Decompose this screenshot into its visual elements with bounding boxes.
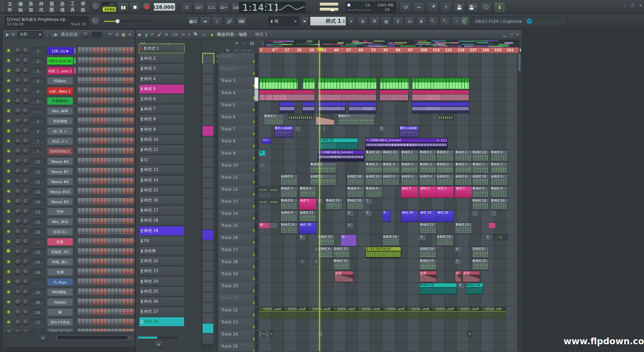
track-color-strip[interactable] bbox=[255, 90, 258, 101]
step-button[interactable] bbox=[107, 178, 111, 185]
step-button[interactable] bbox=[89, 47, 92, 54]
channel-number[interactable]: 25 bbox=[31, 289, 45, 296]
step-button[interactable] bbox=[107, 238, 111, 245]
step-button[interactable] bbox=[115, 218, 118, 225]
save-as-icon[interactable]: 💾⁺ bbox=[467, 2, 479, 13]
channel-number[interactable]: 9 bbox=[31, 77, 45, 84]
step-button[interactable] bbox=[85, 138, 89, 144]
playlist-clip[interactable]: 样式 10 bbox=[490, 198, 508, 210]
channel-volume-knob[interactable] bbox=[22, 329, 29, 332]
track-header[interactable]: Track 13··· bbox=[218, 198, 259, 210]
playlist-clip[interactable]: 样式 10 bbox=[347, 198, 364, 210]
track-header[interactable]: Track 15··· bbox=[218, 222, 259, 234]
step-button[interactable] bbox=[96, 329, 100, 332]
playlist-clip[interactable]: ✎DDDD..utoff bbox=[284, 307, 309, 318]
picker-thumb[interactable] bbox=[202, 63, 214, 74]
channel-number[interactable]: 4 bbox=[31, 87, 45, 95]
menu-item-4[interactable]: 视图 bbox=[50, 1, 56, 13]
step-button[interactable] bbox=[126, 309, 129, 315]
step-button[interactable] bbox=[93, 208, 96, 215]
step-button[interactable] bbox=[104, 67, 107, 74]
snap-selector[interactable]: ◖ 线 ▶ bbox=[268, 16, 299, 26]
step-button[interactable] bbox=[122, 198, 125, 205]
delete-tool-icon[interactable]: ⊘ bbox=[165, 32, 168, 37]
step-button[interactable] bbox=[85, 87, 89, 94]
step-button[interactable] bbox=[104, 228, 107, 235]
step-button[interactable] bbox=[93, 98, 96, 104]
track-header[interactable]: Track 12··· bbox=[218, 186, 259, 198]
step-button[interactable] bbox=[133, 168, 134, 175]
collapse-left-button[interactable]: ‹ bbox=[260, 40, 265, 48]
step-button[interactable] bbox=[107, 248, 111, 255]
step-seq-toggle-icon[interactable]: ▦Ш bbox=[188, 16, 199, 26]
playlist-clip[interactable] bbox=[318, 90, 377, 101]
channel-number[interactable]: 15 bbox=[31, 248, 45, 255]
playlist-clip[interactable]: 7 –..ensit bbox=[274, 126, 293, 137]
playlist-clip[interactable]: 5 bbox=[455, 259, 461, 265]
playlist-clip[interactable]: 柱 bbox=[341, 235, 357, 246]
pattern-item[interactable]: ▶样式 1 bbox=[139, 44, 184, 53]
magnet-tool-icon[interactable]: ◖ bbox=[145, 32, 147, 37]
channel-mute-led[interactable] bbox=[7, 100, 10, 102]
step-button[interactable] bbox=[115, 87, 118, 94]
playlist-clip[interactable]: 样式 19 bbox=[401, 211, 418, 222]
step-button[interactable] bbox=[82, 138, 85, 144]
step-button[interactable] bbox=[96, 218, 100, 225]
channel-mute-led[interactable] bbox=[7, 59, 10, 62]
playlist-clip[interactable]: ✎DDDD..utoff bbox=[358, 307, 383, 318]
step-button[interactable] bbox=[126, 57, 129, 64]
step-button[interactable] bbox=[100, 208, 103, 215]
step-button[interactable] bbox=[133, 228, 134, 235]
step-button[interactable] bbox=[100, 67, 103, 74]
playlist-clip[interactable] bbox=[379, 78, 409, 89]
step-button[interactable] bbox=[107, 269, 111, 275]
track-color-strip[interactable] bbox=[255, 343, 258, 351]
step-button[interactable] bbox=[126, 168, 129, 175]
step-button[interactable] bbox=[100, 188, 103, 195]
step-button[interactable] bbox=[122, 329, 125, 332]
playlist-clip[interactable] bbox=[259, 186, 269, 192]
step-button[interactable] bbox=[104, 148, 107, 155]
playlist-clip[interactable]: 样式 23 bbox=[472, 150, 489, 162]
step-button[interactable] bbox=[82, 269, 85, 275]
channel-pan-knob[interactable] bbox=[15, 48, 21, 54]
step-button[interactable] bbox=[122, 289, 125, 295]
step-button[interactable] bbox=[111, 158, 114, 165]
playlist-clip[interactable]: 8 bbox=[259, 150, 265, 156]
add-pattern-list-button[interactable]: + bbox=[154, 341, 163, 348]
step-button[interactable] bbox=[78, 238, 81, 245]
info-icon[interactable]: ⓘ bbox=[480, 2, 492, 13]
playlist-clip[interactable]: 样式 28 bbox=[466, 283, 483, 294]
plugin-icon[interactable]: 🔌 bbox=[428, 16, 438, 26]
picker-thumb[interactable] bbox=[202, 271, 214, 282]
step-button[interactable] bbox=[93, 168, 96, 175]
playlist-clip[interactable]: 样式 4 bbox=[401, 174, 418, 186]
step-button[interactable] bbox=[100, 238, 103, 245]
step-button[interactable] bbox=[107, 148, 111, 155]
step-button[interactable] bbox=[82, 188, 85, 195]
playlist-clip[interactable] bbox=[302, 78, 315, 89]
step-button[interactable] bbox=[115, 319, 118, 326]
step-button[interactable] bbox=[133, 98, 134, 104]
step-button[interactable] bbox=[93, 218, 96, 225]
step-button[interactable] bbox=[111, 228, 114, 235]
step-button[interactable] bbox=[93, 67, 96, 74]
channel-number[interactable]: 12 bbox=[31, 158, 45, 165]
channel-number[interactable]: 11 bbox=[31, 188, 45, 195]
channel-pan-knob[interactable] bbox=[15, 178, 21, 185]
channel-volume-knob[interactable] bbox=[22, 229, 29, 235]
step-button[interactable] bbox=[111, 108, 114, 114]
step-button[interactable] bbox=[96, 188, 100, 195]
time-display[interactable]: 1:14:11 M:S:CS bbox=[239, 2, 275, 13]
step-button[interactable] bbox=[118, 208, 122, 215]
playlist-clip[interactable]: 样式 5 bbox=[419, 186, 437, 198]
step-button[interactable] bbox=[104, 57, 107, 64]
channel-mute-led[interactable] bbox=[7, 291, 10, 293]
step-button[interactable] bbox=[85, 178, 89, 185]
step-button[interactable] bbox=[96, 258, 100, 265]
menu-item-7[interactable]: 帮助 bbox=[81, 1, 87, 13]
step-button[interactable] bbox=[78, 118, 81, 124]
step-button[interactable] bbox=[129, 279, 133, 285]
channel-button[interactable]: 若隐若..#2 bbox=[47, 248, 73, 256]
step-button[interactable] bbox=[82, 299, 85, 305]
